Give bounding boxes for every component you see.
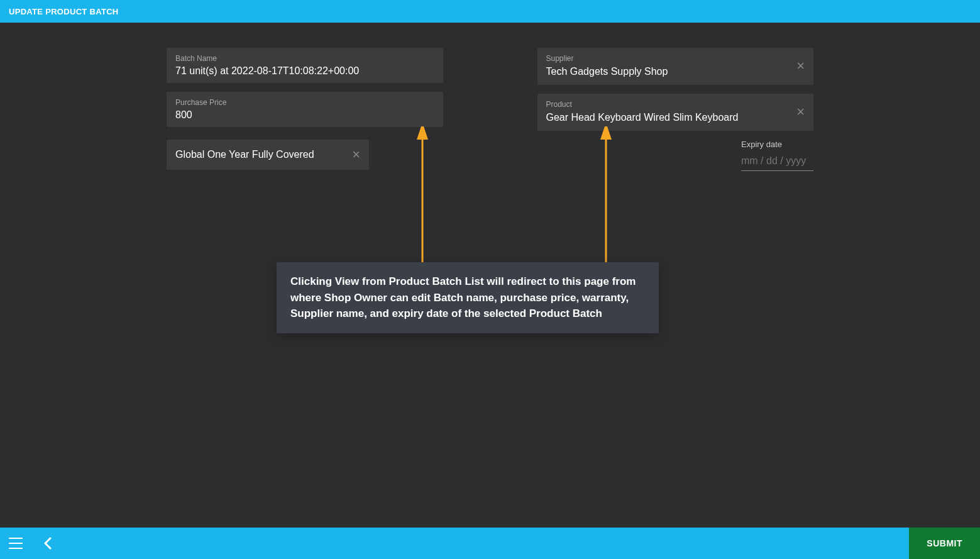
row-3: Global One Year Fully Covered × Expiry d…	[0, 131, 980, 171]
expiry-container: Expiry date	[537, 140, 814, 171]
page-title: UPDATE PRODUCT BATCH	[9, 7, 119, 16]
batch-name-input[interactable]	[175, 65, 434, 77]
left-column: Batch Name Purchase Price	[167, 48, 443, 131]
warranty-value: Global One Year Fully Covered	[175, 148, 360, 161]
bottom-bar: SUBMIT	[0, 528, 980, 559]
form-grid: Batch Name Purchase Price Supplier Tech …	[0, 48, 980, 131]
supplier-field[interactable]: Supplier Tech Gadgets Supply Shop ×	[537, 48, 814, 85]
product-value: Gear Head Keyboard Wired Slim Keyboard	[546, 111, 786, 125]
annotation-callout: Clicking View from Product Batch List wi…	[277, 262, 659, 333]
close-icon[interactable]: ×	[352, 148, 360, 162]
purchase-price-label: Purchase Price	[175, 98, 434, 107]
chevron-left-icon[interactable]	[44, 537, 52, 550]
batch-name-label: Batch Name	[175, 54, 434, 63]
batch-name-field[interactable]: Batch Name	[167, 48, 443, 83]
menu-icon[interactable]	[9, 538, 23, 549]
supplier-value: Tech Gadgets Supply Shop	[546, 66, 668, 77]
submit-button[interactable]: SUBMIT	[909, 528, 980, 559]
product-field[interactable]: Product Gear Head Keyboard Wired Slim Ke…	[537, 94, 814, 131]
warranty-wrap: Global One Year Fully Covered ×	[167, 140, 443, 170]
content-area: Batch Name Purchase Price Supplier Tech …	[0, 23, 980, 171]
annotation-text: Clicking View from Product Batch List wi…	[290, 275, 636, 319]
close-icon[interactable]: ×	[796, 59, 805, 73]
right-column: Supplier Tech Gadgets Supply Shop × Prod…	[537, 48, 814, 131]
expiry-label: Expiry date	[741, 140, 813, 149]
expiry-field[interactable]: Expiry date	[741, 140, 813, 171]
top-bar: UPDATE PRODUCT BATCH	[0, 0, 980, 23]
bottom-bar-left	[0, 537, 52, 550]
product-label: Product	[546, 100, 805, 109]
warranty-field[interactable]: Global One Year Fully Covered ×	[167, 140, 369, 170]
expiry-input[interactable]	[741, 153, 813, 171]
close-icon[interactable]: ×	[796, 105, 805, 119]
supplier-label: Supplier	[546, 54, 805, 63]
purchase-price-input[interactable]	[175, 109, 434, 121]
purchase-price-field[interactable]: Purchase Price	[167, 92, 443, 127]
